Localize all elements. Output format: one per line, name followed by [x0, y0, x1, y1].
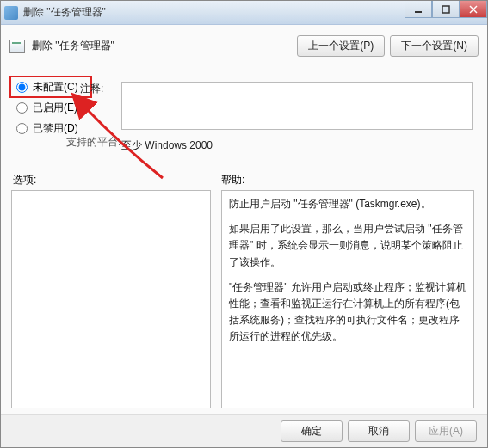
radio-not-configured-input[interactable] — [16, 82, 28, 93]
minimize-button[interactable] — [405, 1, 432, 18]
help-section-label: 帮助: — [221, 173, 244, 187]
prev-setting-button[interactable]: 上一个设置(P) — [297, 35, 385, 57]
app-icon — [4, 6, 18, 20]
content-area: 删除 "任务管理器" 上一个设置(P) 下一个设置(N) 未配置(C) 已启用(… — [1, 25, 487, 414]
window-title: 删除 "任务管理器" — [23, 5, 106, 20]
comment-label: 注释: — [80, 82, 103, 96]
platform-label: 支持的平台: — [66, 135, 120, 150]
minimize-icon — [414, 5, 423, 14]
separator — [9, 163, 479, 163]
close-icon — [469, 5, 478, 14]
radio-disabled[interactable]: 已禁用(D) — [13, 120, 108, 137]
help-paragraph: "任务管理器" 允许用户启动或终止程序；监视计算机性能；查看和监视正运行在计算机… — [229, 279, 466, 346]
window-controls — [405, 1, 487, 18]
comment-textarea[interactable] — [121, 82, 473, 130]
help-panel: 防止用户启动 "任务管理器" (Taskmgr.exe)。 如果启用了此设置，那… — [221, 190, 474, 408]
dialog-window: 删除 "任务管理器" 删除 "任务管理器" 上一个设置(P) 下一个设置(N) — [0, 0, 488, 448]
cancel-button[interactable]: 取消 — [348, 420, 410, 442]
radio-enabled-input[interactable] — [16, 102, 28, 114]
radio-enabled-label: 已启用(E) — [33, 101, 77, 115]
maximize-icon — [442, 5, 450, 14]
nav-buttons: 上一个设置(P) 下一个设置(N) — [297, 35, 479, 57]
titlebar[interactable]: 删除 "任务管理器" — [1, 1, 487, 25]
next-setting-button[interactable]: 下一个设置(N) — [390, 35, 479, 57]
close-button[interactable] — [460, 1, 487, 18]
radio-not-configured-label: 未配置(C) — [33, 80, 78, 95]
apply-button[interactable]: 应用(A) — [415, 420, 477, 442]
policy-icon — [9, 40, 25, 53]
header-row: 删除 "任务管理器" 上一个设置(P) 下一个设置(N) — [9, 32, 479, 67]
help-paragraph: 如果启用了此设置，那么，当用户尝试启动 "任务管理器" 时，系统会显示一则消息，… — [229, 221, 466, 271]
policy-title: 删除 "任务管理器" — [32, 39, 114, 53]
button-bar: 确定 取消 应用(A) — [1, 414, 487, 447]
platform-value: 至少 Windows 2000 — [121, 138, 213, 153]
help-paragraph: 防止用户启动 "任务管理器" (Taskmgr.exe)。 — [229, 196, 466, 212]
radio-disabled-input[interactable] — [16, 123, 28, 134]
options-panel — [11, 190, 211, 408]
radio-enabled[interactable]: 已启用(E) — [13, 99, 108, 116]
svg-rect-1 — [442, 6, 449, 13]
maximize-button[interactable] — [432, 1, 460, 18]
header-left: 删除 "任务管理器" — [9, 39, 114, 53]
options-section-label: 选项: — [13, 173, 36, 187]
ok-button[interactable]: 确定 — [281, 420, 343, 442]
radio-disabled-label: 已禁用(D) — [33, 121, 78, 136]
